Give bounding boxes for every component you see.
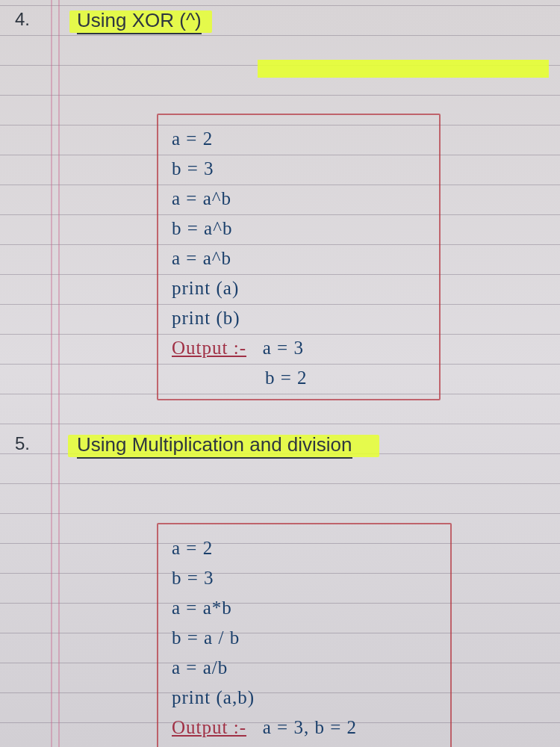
code-line: print (a,b) (172, 683, 437, 713)
code-line: a = a^b (172, 244, 426, 273)
heading-text: Using Multiplication and division (77, 433, 352, 459)
code-line: b = 3 (172, 563, 437, 593)
output-line: Output :- a = 3 (172, 333, 426, 363)
code-box-multdiv: a = 2 b = 3 a = a*b b = a / b a = a/b pr… (157, 523, 452, 747)
code-line: a = 2 (172, 533, 437, 563)
output-line: Output :- a = 3, b = 2 (172, 713, 437, 743)
output-value-b: b = 2 (265, 368, 308, 388)
section-4-number: 4. (15, 9, 30, 30)
code-box-xor: a = 2 b = 3 a = a^b b = a^b a = a^b prin… (157, 114, 441, 400)
section-4-heading: Using XOR (^) (71, 9, 208, 34)
highlight-strip-1 (258, 60, 549, 78)
code-line: a = 2 (172, 124, 426, 154)
code-line: a = a^b (172, 184, 426, 214)
code-line: a = a/b (172, 653, 437, 683)
output-label: Output :- (172, 338, 246, 358)
margin-line-outer (51, 0, 52, 747)
code-line: b = a^b (172, 214, 426, 244)
page-content: 4. Using XOR (^) a = 2 b = 3 a = a^b b =… (0, 0, 560, 7)
code-line: b = a / b (172, 623, 437, 653)
section-5-header: 5. Using Multiplication and division (0, 433, 560, 458)
output-value-a: a = 3 (263, 338, 304, 358)
margin-line-inner (58, 0, 60, 747)
section-5-number: 5. (15, 433, 30, 454)
code-line: print (a) (172, 273, 426, 303)
heading-text: Using XOR (^) (77, 9, 202, 34)
code-line: a = a*b (172, 593, 437, 623)
section-5-heading: Using Multiplication and division (71, 433, 358, 458)
code-line: b = 3 (172, 154, 426, 184)
output-line-b: b = 2 (172, 363, 426, 393)
code-line: print (b) (172, 303, 426, 333)
section-4-header: 4. Using XOR (^) (0, 9, 560, 34)
output-label: Output :- (172, 717, 246, 737)
output-value: a = 3, b = 2 (263, 717, 357, 737)
